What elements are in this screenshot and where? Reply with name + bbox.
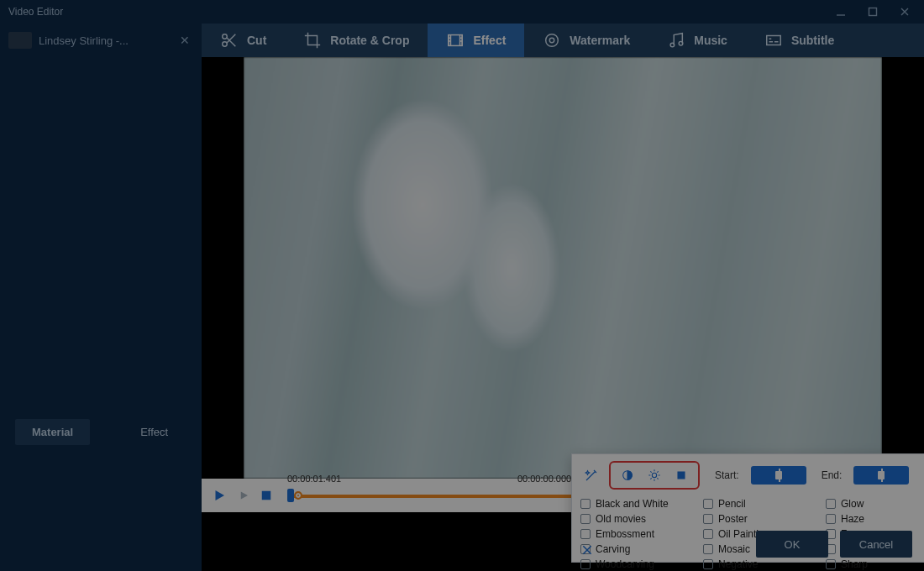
- chk-label: Old movies: [596, 513, 646, 525]
- chk-haze[interactable]: Haze: [826, 513, 924, 525]
- tool-subtitle-label: Subtitle: [791, 34, 834, 47]
- minimize-button[interactable]: [827, 3, 855, 21]
- main-toolbar: Cut Rotate & Crop Effect Watermark Music…: [202, 24, 924, 57]
- adjustment-group-highlight: [609, 461, 700, 490]
- contrast-button[interactable]: [616, 466, 639, 485]
- chk-label: Sharp: [841, 558, 868, 570]
- file-thumbnail: [8, 32, 32, 49]
- tool-effect-label: Effect: [473, 34, 506, 47]
- left-tabs: Material Effect: [15, 419, 185, 445]
- tool-effect[interactable]: Effect: [428, 24, 524, 57]
- start-range-slider[interactable]: [751, 466, 806, 485]
- app-title: Video Editor: [8, 6, 63, 18]
- popup-cancel-button[interactable]: [579, 542, 596, 558]
- chk-label: Haze: [841, 513, 864, 525]
- video-frame: [244, 57, 882, 479]
- scissors-icon: [220, 31, 239, 50]
- tool-watermark-label: Watermark: [570, 34, 630, 47]
- chk-sharp[interactable]: Sharp: [826, 558, 924, 570]
- left-tab-material-label: Material: [32, 426, 73, 438]
- svg-point-13: [652, 473, 656, 477]
- chk-label: Black and White: [596, 498, 669, 510]
- chk-woodcarving[interactable]: Woodcarving: [580, 558, 703, 570]
- app-window: Video Editor Lindsey Stirling -... ✕ Cut…: [0, 0, 924, 571]
- ok-button[interactable]: OK: [756, 531, 828, 558]
- music-note-icon: [667, 31, 685, 50]
- crop-icon: [303, 31, 322, 50]
- end-range-slider[interactable]: [853, 466, 909, 485]
- effect-col-1: Black and White Old movies Embossment Ca…: [580, 498, 703, 570]
- file-tab-label: Lindsey Stirling -...: [39, 34, 129, 47]
- chk-pencil[interactable]: Pencil: [703, 498, 826, 510]
- chk-embossment[interactable]: Embossment: [580, 528, 703, 540]
- window-controls: [827, 3, 919, 21]
- close-window-button[interactable]: [890, 3, 919, 21]
- stop-button[interactable]: [257, 486, 276, 505]
- body: Material Effect 00:00:01.401 00:00:00.00…: [0, 57, 924, 571]
- saturation-button[interactable]: [669, 466, 693, 485]
- chk-black-and-white[interactable]: Black and White: [580, 498, 703, 510]
- filmstrip-icon: [446, 31, 465, 50]
- cancel-button[interactable]: Cancel: [840, 531, 912, 558]
- left-panel: Material Effect: [0, 57, 202, 571]
- chk-poster[interactable]: Poster: [703, 513, 826, 525]
- chk-label: Pencil: [718, 498, 746, 510]
- chk-label: Embossment: [596, 528, 654, 540]
- chk-label: Negative: [718, 558, 758, 570]
- svg-point-5: [550, 38, 555, 43]
- svg-rect-9: [262, 491, 271, 500]
- chk-label: Poster: [718, 513, 748, 525]
- auto-enhance-button[interactable]: [580, 464, 602, 486]
- start-label: Start:: [715, 469, 739, 481]
- end-label: End:: [822, 469, 843, 481]
- tool-subtitle[interactable]: Subtitle: [746, 24, 853, 57]
- tool-cut-label: Cut: [247, 34, 266, 47]
- chk-old-movies[interactable]: Old movies: [580, 513, 703, 525]
- svg-point-7: [679, 41, 683, 45]
- svg-rect-14: [678, 472, 685, 479]
- left-tab-material[interactable]: Material: [15, 419, 90, 445]
- chk-label: Glow: [841, 498, 864, 510]
- video-preview-image: [244, 57, 882, 479]
- tool-watermark[interactable]: Watermark: [524, 24, 648, 57]
- left-tab-effect[interactable]: Effect: [123, 419, 185, 445]
- svg-rect-0: [869, 8, 877, 16]
- tool-cut[interactable]: Cut: [202, 24, 285, 57]
- file-tab[interactable]: Lindsey Stirling -... ✕: [0, 24, 202, 57]
- play-button[interactable]: [210, 486, 228, 505]
- top-strip: Lindsey Stirling -... ✕ Cut Rotate & Cro…: [0, 24, 924, 57]
- tool-music-label: Music: [694, 34, 727, 47]
- svg-point-4: [546, 34, 559, 47]
- left-tab-effect-label: Effect: [140, 426, 168, 438]
- tool-music[interactable]: Music: [648, 24, 746, 57]
- chk-glow[interactable]: Glow: [826, 498, 924, 510]
- chk-negative[interactable]: Negative: [703, 558, 826, 570]
- dialog-actions: OK Cancel: [756, 531, 912, 558]
- stamp-icon: [543, 31, 561, 50]
- preview-area: 00:00:01.401 00:00:00.000-00:04:17.489 0…: [202, 57, 924, 571]
- brightness-button[interactable]: [643, 466, 666, 485]
- subtitle-icon: [764, 31, 783, 50]
- chk-label: Woodcarving: [596, 558, 654, 570]
- timeline-in-handle[interactable]: [287, 489, 294, 502]
- play-selection-button[interactable]: [234, 486, 252, 505]
- file-tab-close-icon[interactable]: ✕: [176, 34, 193, 47]
- time-current: 00:00:01.401: [287, 474, 341, 484]
- title-bar: Video Editor: [0, 0, 924, 24]
- svg-rect-8: [767, 36, 781, 45]
- tool-rotate-crop[interactable]: Rotate & Crop: [285, 24, 428, 57]
- effect-popup-controls: Start: End:: [580, 461, 924, 490]
- svg-point-6: [670, 43, 675, 47]
- timeline-playhead[interactable]: [294, 491, 302, 500]
- tool-rotate-crop-label: Rotate & Crop: [330, 34, 409, 47]
- ok-label: OK: [785, 538, 801, 551]
- maximize-button[interactable]: [858, 3, 887, 21]
- cancel-label: Cancel: [859, 538, 893, 551]
